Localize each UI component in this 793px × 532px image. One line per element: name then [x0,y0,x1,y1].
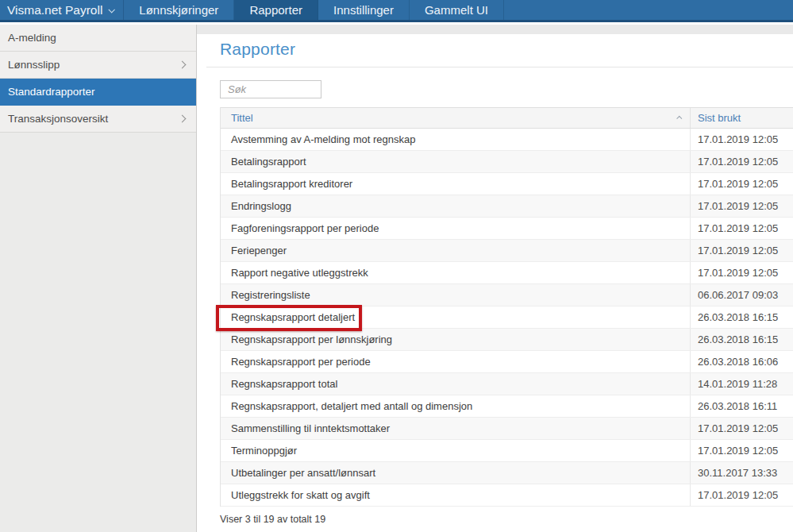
last-used-cell: 17.01.2019 12:05 [690,151,793,172]
nav-tab-label: Rapporter [249,3,302,17]
chevron-right-icon [179,61,187,69]
sidebar-item-transaksjonsoversikt[interactable]: Transaksjonsoversikt [0,106,196,133]
report-title-cell[interactable]: Feriepenger [221,240,690,261]
last-used-cell: 17.01.2019 12:05 [690,240,793,261]
last-used-cell: 17.01.2019 12:05 [690,195,793,217]
nav-tab-l-nnskj-ringer[interactable]: Lønnskjøringer [124,0,234,20]
table-row[interactable]: Rapport negative utleggstrekk17.01.2019 … [221,262,793,284]
last-used-cell: 26.03.2018 16:06 [690,351,793,372]
column-header-sist-brukt-label: Sist brukt [698,112,741,124]
sort-ascending-icon [676,116,682,121]
report-title-cell[interactable]: Regnskapsrapport total [221,373,690,395]
top-nav: Visma.net Payroll LønnskjøringerRapporte… [0,0,793,22]
report-title-cell[interactable]: Regnskapsrapport per periode [221,351,690,372]
report-title-cell[interactable]: Fagforeningsrapport per periode [221,218,690,239]
last-used-cell: 26.03.2018 16:11 [690,395,793,417]
table-summary: Viser 3 til 19 av totalt 19 [220,514,793,525]
report-title-cell[interactable]: Regnskapsrapport detaljert [221,306,690,328]
column-header-tittel[interactable]: Tittel [221,108,690,128]
report-title-cell[interactable]: Regnskapsrapport, detaljert med antall o… [221,395,690,417]
nav-tab-label: Gammelt UI [425,3,488,17]
sidebar-item-label: A-melding [8,32,56,44]
nav-tab-label: Lønnskjøringer [139,3,218,17]
report-title-cell[interactable]: Avstemming av A-melding mot regnskap [221,129,690,150]
panel-header: Rapporter [206,34,793,67]
last-used-cell: 17.01.2019 12:05 [690,129,793,150]
reports-table: Tittel Sist brukt Avstemming av A-meldin… [220,107,793,507]
last-used-cell: 14.01.2019 11:28 [690,373,793,395]
last-used-cell: 30.11.2017 13:33 [690,462,793,484]
nav-tab-innstillinger[interactable]: Innstillinger [318,0,410,20]
sidebar-item-a-melding[interactable]: A-melding [0,25,196,52]
last-used-cell: 17.01.2019 12:05 [690,418,793,439]
table-row[interactable]: Endringslogg17.01.2019 12:05 [221,195,793,218]
sidebar-item-standardrapporter[interactable]: Standardrapporter [0,79,196,106]
table-row[interactable]: Sammenstilling til inntektsmottaker17.01… [221,418,793,440]
table-row[interactable]: Betalingsrapport kreditorer17.01.2019 12… [221,173,793,195]
report-title-cell[interactable]: Rapport negative utleggstrekk [221,262,690,283]
report-title-cell[interactable]: Utbetalinger per ansatt/lønnsart [221,462,690,484]
table-row[interactable]: Regnskapsrapport detaljert26.03.2018 16:… [221,306,793,329]
nav-tabs: LønnskjøringerRapporterInnstillingerGamm… [124,0,504,20]
report-title-cell[interactable]: Regnskapsrapport per lønnskjøring [221,329,690,350]
table-row[interactable]: Fagforeningsrapport per periode17.01.201… [221,218,793,240]
nav-tab-rapporter[interactable]: Rapporter [234,0,318,20]
last-used-cell: 17.01.2019 12:05 [690,484,793,506]
report-title-cell[interactable]: Sammenstilling til inntektsmottaker [221,418,690,439]
sidebar-item-label: Transaksjonsoversikt [8,113,108,125]
nav-tab-gammelt-ui[interactable]: Gammelt UI [410,0,504,20]
brand-label: Visma.net Payroll [7,3,102,17]
column-header-sist-brukt[interactable]: Sist brukt [690,108,793,128]
app-window: Visma.net Payroll LønnskjøringerRapporte… [0,0,793,532]
table-row[interactable]: Regnskapsrapport total14.01.2019 11:28 [221,373,793,395]
last-used-cell: 17.01.2019 12:05 [690,262,793,283]
column-header-tittel-label: Tittel [231,112,253,124]
main-content: Rapporter Tittel Sist brukt Avstemming a… [197,25,793,532]
table-row[interactable]: Regnskapsrapport, detaljert med antall o… [221,395,793,418]
sidebar: A-meldingLønnsslippStandardrapporterTran… [0,25,197,532]
page-title: Rapporter [220,40,793,59]
table-row[interactable]: Terminoppgjør17.01.2019 12:05 [221,440,793,462]
report-title-cell[interactable]: Betalingsrapport kreditorer [221,173,690,195]
table-row[interactable]: Utleggstrekk for skatt og avgift17.01.20… [221,484,793,507]
table-body: Avstemming av A-melding mot regnskap17.0… [221,129,793,507]
chevron-down-icon [109,6,115,13]
table-row[interactable]: Utbetalinger per ansatt/lønnsart30.11.20… [221,462,793,484]
search-input[interactable] [220,80,321,98]
sidebar-item-label: Lønnsslipp [8,59,60,71]
report-title-cell[interactable]: Betalingsrapport [221,151,690,172]
sidebar-item-label: Standardrapporter [8,86,95,98]
report-title-cell[interactable]: Endringslogg [221,195,690,217]
page-background-strip [197,25,793,34]
chevron-right-icon [179,115,187,123]
last-used-cell: 17.01.2019 12:05 [690,440,793,461]
panel-body: Tittel Sist brukt Avstemming av A-meldin… [206,67,793,525]
last-used-cell: 26.03.2018 16:15 [690,329,793,350]
report-title-cell[interactable]: Registreringsliste [221,284,690,306]
last-used-cell: 17.01.2019 12:05 [690,218,793,239]
last-used-cell: 06.06.2017 09:03 [690,284,793,306]
report-title-cell[interactable]: Utleggstrekk for skatt og avgift [221,484,690,506]
table-row[interactable]: Regnskapsrapport per periode26.03.2018 1… [221,351,793,373]
table-row[interactable]: Regnskapsrapport per lønnskjøring26.03.2… [221,329,793,351]
table-header-row: Tittel Sist brukt [221,107,793,129]
last-used-cell: 17.01.2019 12:05 [690,173,793,195]
table-row[interactable]: Betalingsrapport17.01.2019 12:05 [221,151,793,173]
table-row[interactable]: Registreringsliste06.06.2017 09:03 [221,284,793,306]
nav-tab-label: Innstillinger [333,3,394,17]
reports-panel: Rapporter Tittel Sist brukt Avstemming a… [206,34,793,525]
sidebar-item-l-nnsslipp[interactable]: Lønnsslipp [0,52,196,79]
app-menu-trigger[interactable]: Visma.net Payroll [0,0,124,20]
last-used-cell: 26.03.2018 16:15 [690,306,793,328]
report-title-cell[interactable]: Terminoppgjør [221,440,690,461]
table-row[interactable]: Avstemming av A-melding mot regnskap17.0… [221,129,793,151]
table-row[interactable]: Feriepenger17.01.2019 12:05 [221,240,793,262]
